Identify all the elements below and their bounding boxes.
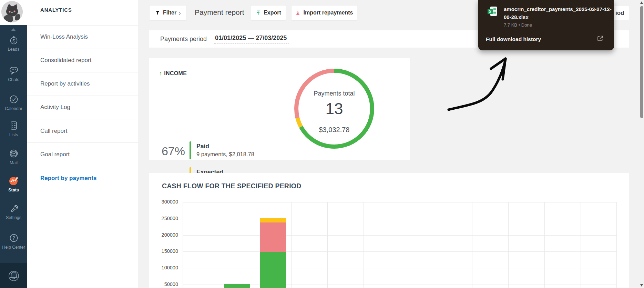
- y-tick-label: 100000: [149, 265, 178, 270]
- rail-scroll-up-icon[interactable]: [11, 28, 16, 31]
- divider: [27, 25, 138, 26]
- grid-line-vertical: [255, 202, 255, 288]
- funnel-icon: [155, 10, 160, 16]
- y-tick-label: 150000: [149, 248, 178, 254]
- bar-segment-paid: [260, 251, 286, 288]
- sidebar-item-mail[interactable]: Mail: [0, 148, 27, 165]
- calendar-icon: [9, 94, 19, 105]
- grid-line-horizontal: [183, 235, 617, 236]
- paid-percent: 67%: [151, 143, 185, 159]
- divider: [27, 96, 138, 96]
- payments-donut-chart: Payments total 13 $3,032.78: [292, 66, 377, 151]
- payments-period-label: Payments period: [160, 36, 207, 43]
- scrollbar-up-icon[interactable]: [640, 1, 643, 4]
- grid-line-vertical: [616, 202, 617, 288]
- paid-row: Paid 9 payments, $2,018.78: [196, 142, 254, 158]
- income-title: INCOME: [164, 70, 187, 76]
- sidebar-item-help-center[interactable]: ? Help Center: [0, 233, 27, 250]
- svg-text:S: S: [12, 38, 15, 43]
- cash-flow-card: CASH FLOW FOR THE SPECIFIED PERIOD 30000…: [149, 173, 629, 288]
- chevron-right-icon: ›: [178, 9, 181, 17]
- menu-item-call-report[interactable]: Call report: [40, 128, 67, 135]
- chats-icon: [9, 65, 19, 76]
- bar-segment-paid: [224, 284, 250, 288]
- grid-line-horizontal: [183, 219, 617, 219]
- download-size-status: 7.7 KB • Done: [504, 22, 613, 28]
- settings-icon: [9, 203, 19, 213]
- export-button[interactable]: Export: [251, 5, 286, 20]
- payments-period-range-field[interactable]: 01/01/2025 — 27/03/2025: [214, 34, 289, 44]
- sidebar-item-label: Settings: [0, 215, 27, 220]
- filter-button[interactable]: Filter ›: [149, 5, 187, 20]
- download-info: amocrm_creditor_payments_2025-03-27-12-0…: [504, 5, 613, 28]
- scrollbar-thumb[interactable]: [640, 6, 643, 118]
- menu-item-win-loss-analysis[interactable]: Win-Loss Analysis: [40, 33, 88, 40]
- svg-text:X: X: [489, 10, 492, 14]
- download-popup: X amocrm_creditor_payments_2025-03-27-12…: [478, 0, 614, 50]
- cash-flow-plot: [183, 202, 617, 288]
- income-header: ↑INCOME: [159, 70, 187, 77]
- menu-item-goal-report[interactable]: Goal report: [40, 151, 70, 158]
- export-label: Export: [264, 10, 281, 16]
- paid-label: Paid: [196, 142, 254, 150]
- filter-label: Filter: [163, 10, 176, 16]
- leads-icon: S: [9, 35, 19, 45]
- grid-line-vertical: [183, 202, 183, 288]
- paid-detail: 9 payments, $2,018.78: [196, 150, 254, 158]
- menu-item-report-by-activities[interactable]: Report by activities: [40, 80, 90, 87]
- y-tick-label: 200000: [149, 232, 178, 238]
- y-tick-label: 50000: [149, 281, 178, 287]
- import-repayments-button[interactable]: Import repayments: [291, 5, 357, 20]
- sidebar-item-label: Lists: [0, 132, 27, 137]
- notifications-bell[interactable]: [8, 270, 19, 285]
- bar-segment-overdue: [260, 222, 286, 252]
- avatar[interactable]: [1, 1, 23, 22]
- excel-file-icon: X: [488, 6, 497, 18]
- stats-icon: [9, 176, 19, 186]
- grid-line-vertical: [364, 202, 364, 288]
- sidebar-item-chats[interactable]: Chats: [0, 65, 27, 82]
- download-icon: [295, 10, 300, 16]
- grid-line-horizontal: [183, 251, 617, 252]
- grid-line-vertical: [400, 202, 400, 288]
- analytics-sidebar: [27, 0, 138, 288]
- grid-line-vertical: [219, 202, 219, 288]
- grid-line-horizontal: [183, 202, 617, 202]
- cat-avatar-image: [1, 1, 23, 22]
- sidebar-item-label: Mail: [0, 160, 27, 165]
- sidebar-item-leads[interactable]: S Leads: [0, 35, 27, 52]
- grid-line-vertical: [291, 202, 292, 288]
- sidebar-item-label: Chats: [0, 77, 27, 82]
- cash-flow-title: CASH FLOW FOR THE SPECIFIED PERIOD: [162, 182, 301, 190]
- sidebar-item-label: Leads: [0, 47, 27, 52]
- sidebar-item-settings[interactable]: Settings: [0, 203, 27, 220]
- sidebar-item-label: Calendar: [0, 106, 27, 111]
- donut-center-label: Payments total: [292, 90, 377, 97]
- download-filename[interactable]: amocrm_creditor_payments_2025-03-27-12-0…: [504, 5, 613, 21]
- scrollbar-down-icon[interactable]: [640, 284, 643, 287]
- scrollbar[interactable]: [640, 0, 644, 288]
- sidebar-item-stats[interactable]: Stats: [0, 176, 27, 192]
- grid-line-vertical: [581, 202, 581, 288]
- upload-icon: [256, 10, 261, 16]
- paid-color-bar: [190, 141, 191, 159]
- y-tick-label: 300000: [149, 199, 178, 205]
- icon-rail: [0, 25, 27, 263]
- analytics-header: ANALYTICS: [40, 7, 72, 13]
- grid-line-vertical: [436, 202, 436, 288]
- sidebar-item-label: Stats: [0, 188, 27, 192]
- payments-total-count: 13: [292, 100, 377, 118]
- bar-segment-expected: [260, 218, 286, 222]
- menu-item-activity-log[interactable]: Activity Log: [40, 104, 70, 111]
- full-download-history-link[interactable]: Full download history: [486, 36, 541, 42]
- import-label: Import repayments: [303, 10, 353, 16]
- page-title: Payment report: [195, 8, 244, 17]
- grid-line-vertical: [472, 202, 472, 288]
- external-link-icon[interactable]: [596, 35, 604, 43]
- menu-item-consolidated-report[interactable]: Consolidated report: [40, 57, 91, 64]
- menu-item-report-by-payments[interactable]: Report by payments: [40, 175, 96, 182]
- divider: [27, 72, 138, 72]
- sidebar-item-lists[interactable]: Lists: [0, 120, 27, 137]
- sidebar-item-calendar[interactable]: Calendar: [0, 94, 27, 111]
- grid-line-vertical: [544, 202, 545, 288]
